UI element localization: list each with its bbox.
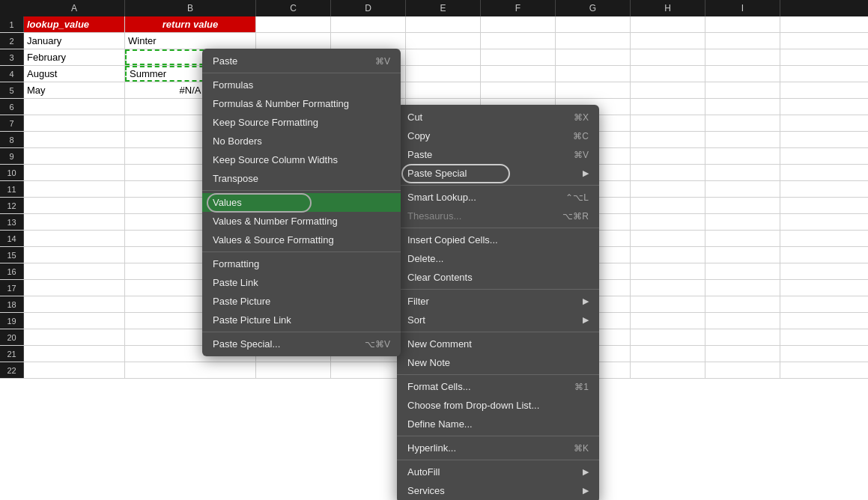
cell-c2[interactable] [256, 33, 331, 49]
col-header-g[interactable]: G [556, 0, 631, 16]
menu-item-insert-copied-cells[interactable]: Insert Copied Cells... [397, 231, 599, 249]
menu-item-cut[interactable]: Cut ⌘X [397, 108, 599, 126]
submenu-item-values[interactable]: Values [202, 193, 401, 212]
menu-item-cut-label: Cut [407, 112, 422, 123]
menu-item-filter[interactable]: Filter ▶ [397, 292, 599, 311]
submenu-item-transpose[interactable]: Transpose [202, 169, 401, 188]
menu-item-hyperlink-label: Hyperlink... [407, 442, 456, 454]
cell-g3[interactable] [556, 49, 631, 65]
cell-a1[interactable]: lookup_value [24, 16, 125, 32]
submenu-item-formulas[interactable]: Formulas [202, 76, 401, 94]
cell-f2[interactable] [481, 33, 556, 49]
cell-i3[interactable] [705, 49, 780, 65]
cell-d2[interactable] [331, 33, 406, 49]
cell-d1[interactable] [331, 16, 406, 32]
submenu-item-paste-special[interactable]: Paste Special... ⌥⌘V [202, 335, 401, 353]
cell-h5[interactable] [631, 82, 705, 98]
menu-item-paste-special[interactable]: Paste Special ▶ [397, 164, 599, 183]
col-header-a[interactable]: A [24, 0, 125, 16]
menu-item-paste[interactable]: Paste ⌘V [397, 145, 599, 164]
cell-a5[interactable]: May [24, 82, 125, 98]
submenu-item-values-number-formatting[interactable]: Values & Number Formatting [202, 212, 401, 231]
cell-e4[interactable] [406, 66, 481, 82]
menu-item-autofill[interactable]: AutoFill ▶ [397, 463, 599, 481]
separator [202, 73, 401, 73]
cell-i4[interactable] [705, 66, 780, 82]
menu-item-copy[interactable]: Copy ⌘C [397, 126, 599, 145]
table-row: 2 January Winter [0, 33, 868, 49]
cell-b1[interactable]: return value [125, 16, 256, 32]
submenu-item-keep-source-column-widths-label: Keep Source Column Widths [213, 154, 338, 165]
menu-item-format-cells[interactable]: Format Cells... ⌘1 [397, 377, 599, 396]
column-header-row: A B C D E F G H I [0, 0, 868, 16]
cell-i5[interactable] [705, 82, 780, 98]
menu-item-thesaurus[interactable]: Thesaurus... ⌥⌘R [397, 207, 599, 225]
menu-item-clear-contents[interactable]: Clear Contents [397, 268, 599, 287]
cell-e3[interactable] [406, 49, 481, 65]
submenu-item-paste-link[interactable]: Paste Link [202, 273, 401, 292]
cell-f1[interactable] [481, 16, 556, 32]
menu-item-dropdown-list[interactable]: Choose from Drop-down List... [397, 396, 599, 415]
cell-g5[interactable] [556, 82, 631, 98]
col-header-c[interactable]: C [256, 0, 331, 16]
menu-item-sort-arrow: ▶ [583, 315, 589, 325]
submenu-item-paste-picture-link[interactable]: Paste Picture Link [202, 311, 401, 329]
cell-b2[interactable]: Winter [125, 33, 256, 49]
cell-h4[interactable] [631, 66, 705, 82]
menu-item-services[interactable]: Services ▶ [397, 481, 599, 500]
cell-a3[interactable]: February [24, 49, 125, 65]
col-header-f[interactable]: F [481, 0, 556, 16]
cell-g2[interactable] [556, 33, 631, 49]
cell-c1[interactable] [256, 16, 331, 32]
submenu-item-keep-source-formatting[interactable]: Keep Source Formatting [202, 113, 401, 132]
col-header-i[interactable]: I [705, 0, 780, 16]
cell-e2[interactable] [406, 33, 481, 49]
menu-item-new-comment[interactable]: New Comment [397, 335, 599, 353]
menu-item-dropdown-list-label: Choose from Drop-down List... [407, 400, 539, 411]
menu-item-delete-label: Delete... [407, 253, 443, 264]
col-header-d[interactable]: D [331, 0, 406, 16]
col-header-e[interactable]: E [406, 0, 481, 16]
table-row: 3 February 0 [0, 49, 868, 66]
separator [397, 460, 599, 460]
submenu-item-no-borders[interactable]: No Borders [202, 132, 401, 150]
cell-h2[interactable] [631, 33, 705, 49]
menu-item-smart-lookup[interactable]: Smart Lookup... ⌃⌥L [397, 188, 599, 207]
menu-item-define-name[interactable]: Define Name... [397, 415, 599, 433]
menu-item-autofill-label: AutoFill [407, 466, 440, 478]
context-menu: Cut ⌘X Copy ⌘C Paste ⌘V Paste Special ▶ … [397, 105, 599, 500]
cell-f5[interactable] [481, 82, 556, 98]
table-row: 5 May #N/A [0, 82, 868, 99]
cell-f3[interactable] [481, 49, 556, 65]
submenu-item-values-source-formatting[interactable]: Values & Source Formatting [202, 231, 401, 249]
row-number: 4 [0, 66, 24, 82]
cell-i2[interactable] [705, 33, 780, 49]
menu-item-delete[interactable]: Delete... [397, 249, 599, 268]
submenu-item-paste[interactable]: Paste ⌘V [202, 52, 401, 70]
submenu-item-paste-special-label: Paste Special... [213, 338, 280, 350]
cell-f4[interactable] [481, 66, 556, 82]
submenu-item-formulas-number-formatting[interactable]: Formulas & Number Formatting [202, 94, 401, 113]
submenu-item-formatting[interactable]: Formatting [202, 254, 401, 273]
cell-a2[interactable]: January [24, 33, 125, 49]
cell-h1[interactable] [631, 16, 705, 32]
col-header-b[interactable]: B [125, 0, 256, 16]
col-header-h[interactable]: H [631, 0, 705, 16]
menu-item-services-label: Services [407, 485, 445, 496]
submenu-item-keep-source-column-widths[interactable]: Keep Source Column Widths [202, 150, 401, 169]
cell-a4[interactable]: August [24, 66, 125, 82]
cell-i1[interactable] [705, 16, 780, 32]
menu-item-new-note[interactable]: New Note [397, 353, 599, 372]
cell-g4[interactable] [556, 66, 631, 82]
cell-g1[interactable] [556, 16, 631, 32]
menu-item-hyperlink[interactable]: Hyperlink... ⌘K [397, 439, 599, 457]
cell-e1[interactable] [406, 16, 481, 32]
submenu-item-paste-picture-label: Paste Picture [213, 296, 270, 307]
cell-e5[interactable] [406, 82, 481, 98]
menu-item-sort[interactable]: Sort ▶ [397, 311, 599, 329]
submenu-item-paste-picture[interactable]: Paste Picture [202, 292, 401, 311]
menu-item-copy-shortcut: ⌘C [573, 131, 589, 141]
menu-item-smart-lookup-shortcut: ⌃⌥L [565, 192, 589, 203]
menu-item-paste-special-label: Paste Special [407, 168, 467, 179]
cell-h3[interactable] [631, 49, 705, 65]
